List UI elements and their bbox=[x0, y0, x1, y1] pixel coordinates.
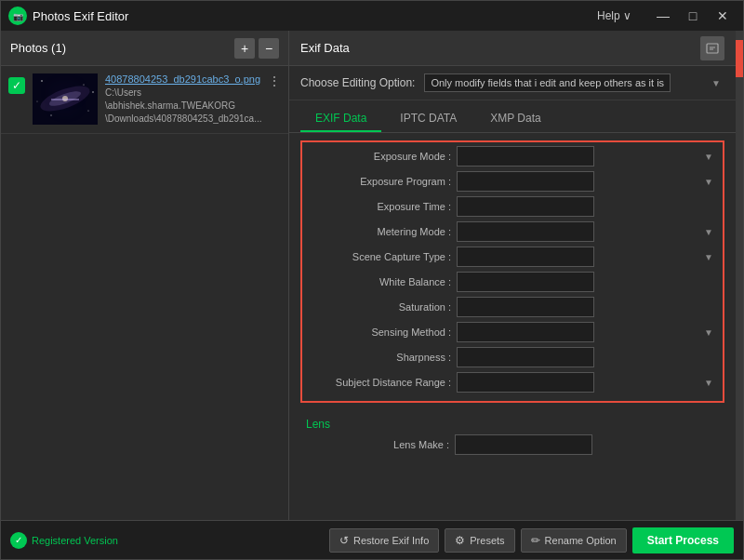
main-content: Photos (1) + − ✓ bbox=[1, 31, 743, 520]
svg-point-6 bbox=[41, 80, 43, 82]
dropdown-arrow-icon: ▼ bbox=[704, 227, 713, 237]
restore-exif-button[interactable]: ↺ Restore Exif Info bbox=[329, 528, 439, 553]
subject-distance-input[interactable] bbox=[457, 372, 594, 393]
add-photo-button[interactable]: + bbox=[234, 38, 255, 59]
field-wrapper: ▼ bbox=[457, 247, 717, 267]
field-wrapper: ▼ bbox=[457, 221, 717, 242]
field-label-subject-distance: Subject Distance Range : bbox=[308, 377, 457, 388]
registered-icon: ✓ bbox=[10, 532, 27, 549]
svg-point-9 bbox=[88, 111, 89, 112]
field-row: Exposure Program : ▼ bbox=[302, 171, 723, 192]
photo-filename: 40878804253_db291cabc3_o.png bbox=[105, 73, 264, 85]
left-panel: Photos (1) + − ✓ bbox=[1, 31, 289, 520]
field-label-exposure-time: Exposure Time : bbox=[308, 201, 457, 212]
editing-option-label: Choose Editing Option: bbox=[300, 76, 415, 89]
dropdown-arrow-icon: ▼ bbox=[704, 327, 713, 338]
field-row: White Balance : bbox=[302, 272, 723, 292]
photo-more-icon[interactable]: ⋮ bbox=[268, 73, 281, 88]
exif-data-title: Exif Data bbox=[300, 41, 700, 55]
photo-thumbnail bbox=[33, 73, 98, 125]
registered-badge: ✓ Registered Version bbox=[10, 532, 118, 549]
field-row: Saturation : bbox=[302, 297, 723, 317]
lens-section-header: Lens bbox=[300, 412, 724, 434]
tabs-row: EXIF Data IPTC DATA XMP Data bbox=[289, 100, 736, 133]
svg-point-11 bbox=[92, 91, 94, 93]
sensing-method-input[interactable] bbox=[457, 322, 594, 342]
restore-icon: ↺ bbox=[339, 534, 349, 547]
scroll-indicator[interactable] bbox=[736, 31, 743, 520]
dropdown-arrow-icon: ▼ bbox=[704, 252, 713, 262]
saturation-input[interactable] bbox=[457, 297, 594, 317]
svg-text:📷: 📷 bbox=[13, 11, 24, 22]
svg-point-7 bbox=[83, 84, 84, 85]
photos-header: Photos (1) + − bbox=[1, 31, 288, 66]
help-button[interactable]: Help ∨ bbox=[597, 9, 631, 22]
window-controls: Help ∨ — □ ✕ bbox=[597, 7, 736, 25]
field-label-sensing-method: Sensing Method : bbox=[308, 327, 457, 338]
maximize-button[interactable]: □ bbox=[680, 7, 706, 25]
field-row: Exposure Time : bbox=[302, 196, 723, 217]
app-icon: 📷 bbox=[8, 7, 27, 25]
field-wrapper bbox=[457, 347, 717, 367]
close-button[interactable]: ✕ bbox=[710, 7, 736, 25]
app-window: 📷 Photos Exif Editor Help ∨ — □ ✕ Photos… bbox=[0, 0, 744, 560]
field-row: Scene Capture Type : ▼ bbox=[302, 247, 723, 267]
exposure-program-input[interactable] bbox=[457, 171, 594, 192]
editing-option-wrapper: Only modify fields that i edit and keep … bbox=[424, 73, 724, 92]
registered-label: Registered Version bbox=[32, 535, 118, 546]
scroll-thumb bbox=[736, 40, 743, 77]
field-label-lens-make: Lens Make : bbox=[306, 439, 455, 450]
exif-header: Exif Data bbox=[289, 31, 736, 66]
exposure-mode-input[interactable] bbox=[457, 146, 594, 167]
photo-checkbox[interactable]: ✓ bbox=[8, 77, 25, 94]
lens-make-input[interactable] bbox=[455, 434, 592, 455]
metering-mode-input[interactable] bbox=[457, 221, 594, 242]
sharpness-input[interactable] bbox=[457, 347, 594, 367]
field-label-saturation: Saturation : bbox=[308, 301, 457, 313]
photo-path: C:\Users \abhishek.sharma.TWEAKORG \Down… bbox=[105, 87, 264, 126]
presets-button[interactable]: ⚙ Presets bbox=[445, 528, 514, 553]
field-row: Sensing Method : ▼ bbox=[302, 322, 723, 342]
tab-iptc-data[interactable]: IPTC DATA bbox=[385, 106, 472, 132]
start-process-button[interactable]: Start Process bbox=[632, 527, 734, 553]
field-row: Metering Mode : ▼ bbox=[302, 221, 723, 242]
field-label-exposure-program: Exposure Program : bbox=[308, 176, 457, 187]
field-wrapper: ▼ bbox=[457, 372, 717, 393]
fields-area: Exposure Mode : ▼ Exposure Program : ▼ bbox=[289, 133, 736, 520]
svg-point-8 bbox=[50, 114, 51, 115]
field-label-white-balance: White Balance : bbox=[308, 276, 457, 287]
field-wrapper bbox=[455, 434, 719, 455]
field-wrapper: ▼ bbox=[457, 322, 717, 342]
svg-rect-12 bbox=[707, 44, 718, 53]
field-wrapper bbox=[457, 196, 717, 217]
right-panel: Exif Data Choose Editing Option: Only mo… bbox=[289, 31, 736, 520]
remove-photo-button[interactable]: − bbox=[259, 38, 279, 59]
field-row: Sharpness : bbox=[302, 347, 723, 367]
editing-option-select[interactable]: Only modify fields that i edit and keep … bbox=[424, 73, 671, 92]
photo-item: ✓ bbox=[1, 66, 288, 134]
field-row: Subject Distance Range : ▼ bbox=[302, 372, 723, 393]
rename-icon: ✏ bbox=[531, 534, 540, 547]
presets-icon: ⚙ bbox=[455, 534, 465, 547]
dropdown-arrow-icon: ▼ bbox=[711, 78, 721, 88]
exposure-fields-section: Exposure Mode : ▼ Exposure Program : ▼ bbox=[300, 140, 724, 403]
scene-capture-input[interactable] bbox=[457, 247, 594, 267]
field-row: Exposure Mode : ▼ bbox=[302, 146, 723, 167]
lens-make-row: Lens Make : bbox=[300, 434, 724, 455]
tab-xmp-data[interactable]: XMP Data bbox=[475, 106, 555, 132]
editing-option-row: Choose Editing Option: Only modify field… bbox=[289, 66, 736, 100]
rename-option-button[interactable]: ✏ Rename Option bbox=[521, 528, 627, 553]
exif-icon-button[interactable] bbox=[700, 36, 724, 60]
dropdown-arrow-icon: ▼ bbox=[704, 152, 713, 162]
exposure-time-input[interactable] bbox=[457, 196, 594, 217]
title-bar: 📷 Photos Exif Editor Help ∨ — □ ✕ bbox=[1, 1, 743, 31]
field-wrapper: ▼ bbox=[457, 171, 717, 192]
white-balance-input[interactable] bbox=[457, 272, 594, 292]
tab-exif-data[interactable]: EXIF Data bbox=[300, 106, 381, 132]
photo-info: 40878804253_db291cabc3_o.png C:\Users \a… bbox=[105, 73, 264, 126]
field-label-exposure-mode: Exposure Mode : bbox=[308, 151, 457, 162]
field-wrapper: ▼ bbox=[457, 146, 717, 167]
field-label-scene-capture: Scene Capture Type : bbox=[308, 251, 457, 262]
minimize-button[interactable]: — bbox=[650, 7, 676, 25]
field-wrapper bbox=[457, 272, 717, 292]
